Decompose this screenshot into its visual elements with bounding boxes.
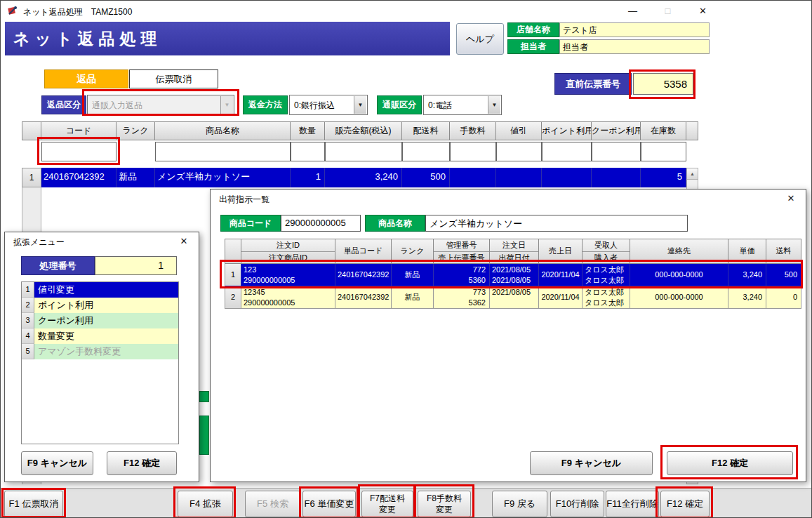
cell-order-ids: 12345 290000000005 [241, 286, 335, 309]
name-input[interactable] [155, 142, 291, 161]
grid-header-commission: 手数料 [450, 121, 496, 140]
page-title: ネット返品処理 [5, 22, 450, 55]
maximize-button[interactable]: □ [652, 1, 684, 21]
f4-extension-button[interactable]: F4 拡張 [178, 491, 233, 517]
f10-delete-row-button[interactable]: F10行削除 [550, 491, 604, 517]
obscured-label [199, 391, 209, 402]
process-number-field[interactable]: 1 [95, 256, 177, 275]
cell-item-code: 240167042392 [335, 286, 392, 309]
f9-back-button[interactable]: F9 戻る [492, 491, 547, 517]
menu-item-point[interactable]: 2 ポイント利用 [22, 298, 178, 313]
chevron-down-icon[interactable]: ▼ [220, 96, 233, 114]
menu-item-number: 5 [22, 344, 34, 359]
close-icon[interactable]: ✕ [176, 235, 192, 248]
dialog-cancel-button[interactable]: F9 キャンセル [21, 451, 93, 475]
fkey-label2: 変更 [436, 504, 453, 515]
dialog-confirm-button[interactable]: F12 確定 [107, 451, 177, 475]
staff-value: 担当者 [559, 39, 710, 54]
dialog-confirm-button[interactable]: F12 確定 [667, 451, 793, 475]
window-titlebar[interactable]: ネット返品処理 TAMZ1500 — □ ✕ [1, 1, 811, 21]
col-order-id: 注文ID 注文商品ID [241, 239, 335, 264]
menu-item-number: 1 [22, 282, 34, 298]
fkey-label2: 変更 [379, 504, 396, 515]
cell-item-code: 240167042392 [335, 264, 392, 286]
store-name-value: テスト店 [559, 22, 710, 37]
refund-method-combobox[interactable]: 0:銀行振込 ▼ [289, 95, 368, 115]
grid-header-code: コード [41, 121, 117, 140]
delivery-input[interactable] [402, 142, 450, 161]
grid-header-name: 商品名称 [155, 121, 291, 140]
qty-input[interactable] [291, 142, 325, 161]
cell-unit-price: 3,240 [728, 264, 766, 286]
product-code-field[interactable]: 290000000005 [281, 215, 361, 232]
amount-input[interactable] [325, 142, 402, 161]
scroll-up-icon[interactable]: ▲ [687, 168, 698, 180]
staff-label: 担当者 [507, 39, 559, 54]
buyer: タロス太郎 [585, 298, 627, 308]
point-input[interactable] [542, 142, 592, 161]
grid-header-rank: ランク [117, 121, 155, 140]
dialog-titlebar[interactable]: 拡張メニュー ✕ [5, 232, 199, 251]
col-rownum [225, 239, 241, 264]
cell-amount: 3,240 [325, 168, 402, 187]
buyer: タロス太郎 [585, 275, 627, 286]
window-title: ネット返品処理 TAMZ1500 [23, 6, 132, 18]
cell-unit-price: 3,240 [728, 286, 766, 309]
app-icon [7, 5, 18, 16]
minimize-button[interactable]: — [617, 1, 648, 21]
f11-delete-all-rows-button[interactable]: F11全行削除 [606, 491, 659, 517]
chevron-down-icon[interactable]: ▼ [488, 96, 500, 114]
return-class-combobox[interactable]: 通販入力返品 ▼ [87, 95, 234, 115]
f12-confirm-button[interactable]: F12 確定 [660, 491, 710, 517]
receiver: タロス太郎 [585, 287, 627, 298]
return-mode-button[interactable]: 返品 [44, 69, 128, 88]
shipping-row-1[interactable]: 1 123 290000000005 240167042392 新品 772 5… [225, 264, 801, 286]
dialog-title: 出荷指示一覧 [219, 194, 269, 206]
menu-item-coupon[interactable]: 3 クーポン利用 [22, 313, 178, 328]
close-button[interactable]: ✕ [687, 1, 719, 21]
cell-order-ids: 123 290000000005 [241, 264, 335, 286]
grid-header-row: コード ランク 商品名称 数量 販売金額(税込) 配送料 手数料 値引 ポイント… [22, 121, 698, 140]
grid-selected-row[interactable]: 240167042392 新品 メンズ半袖カットソー 1 3,240 500 5 [41, 168, 686, 187]
f6-unit-price-button[interactable]: F6 単価変更 [302, 491, 356, 517]
close-icon[interactable]: ✕ [783, 192, 799, 205]
return-class-value: 通販入力返品 [92, 100, 142, 112]
f8-commission-button[interactable]: F8手数料変更 [418, 491, 471, 517]
stock-input[interactable] [641, 142, 686, 161]
menu-item-label: ポイント利用 [34, 298, 178, 313]
order-date: 2021/08/05 [492, 287, 536, 298]
help-button[interactable]: ヘルプ [456, 23, 504, 55]
dialog-cancel-button[interactable]: F9 キャンセル [530, 451, 653, 475]
code-input[interactable] [41, 142, 117, 161]
menu-item-discount[interactable]: 1 値引変更 [22, 282, 178, 298]
commission-input[interactable] [450, 142, 496, 161]
grid-header-amount: 販売金額(税込) [325, 121, 402, 140]
f1-void-slip-button[interactable]: F1 伝票取消 [4, 491, 63, 517]
shipping-row-2[interactable]: 2 12345 290000000005 240167042392 新品 773… [225, 286, 801, 309]
refund-method-label: 返金方法 [243, 95, 288, 114]
cell-contact: 000-000-0000 [630, 286, 728, 309]
cell-rank: 新品 [392, 264, 434, 286]
dialog-titlebar[interactable]: 出荷指示一覧 ✕ [211, 190, 806, 208]
return-class-label: 返品区分 [41, 95, 86, 114]
void-slip-button[interactable]: 伝票取消 [129, 69, 218, 88]
discount-input[interactable] [496, 142, 542, 161]
cell-stock: 5 [641, 168, 686, 187]
cell-rank: 新品 [392, 286, 434, 309]
menu-item-quantity[interactable]: 4 数量変更 [22, 328, 178, 344]
f7-delivery-fee-button[interactable]: F7配送料変更 [361, 491, 413, 517]
ship-date [492, 298, 536, 308]
menu-item-amazon-fee[interactable]: 5 アマゾン手数料変更 [22, 344, 178, 359]
fkey-label: F6 単価変更 [305, 498, 354, 510]
chevron-down-icon[interactable]: ▼ [354, 96, 366, 114]
function-key-bar: F1 伝票取消 F4 拡張 F5 検索 F6 単価変更 F7配送料変更 F8手数… [1, 488, 811, 518]
product-name-field[interactable]: メンズ半袖カットソー [425, 215, 688, 232]
order-item-id: 290000000005 [244, 275, 333, 286]
coupon-input[interactable] [592, 142, 641, 161]
fkey-label: F12 確定 [667, 498, 703, 510]
grid-header-stock: 在庫数 [641, 121, 686, 140]
col-order-item-id: 注文商品ID [241, 251, 335, 263]
f5-search-button: F5 検索 [245, 491, 300, 517]
channel-class-combobox[interactable]: 0:電話 ▼ [423, 95, 502, 115]
col-item-code: 単品コード [335, 239, 392, 264]
